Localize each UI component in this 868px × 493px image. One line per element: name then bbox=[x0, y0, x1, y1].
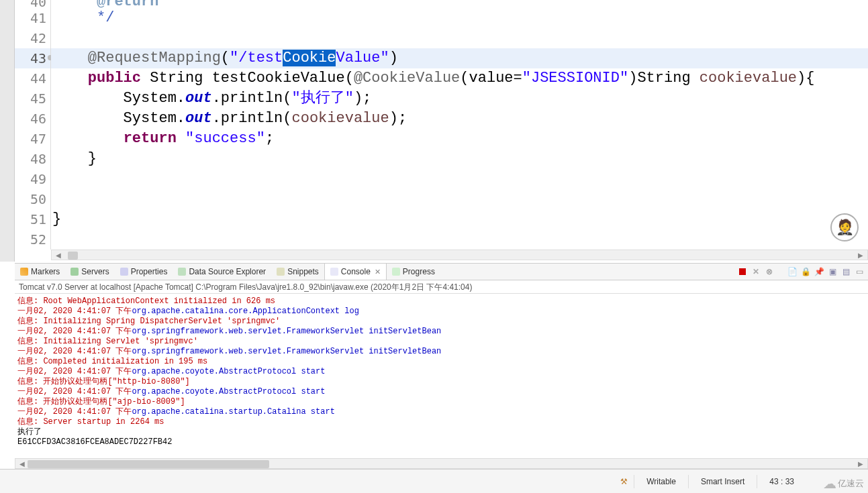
console-line: 信息: Root WebApplicationContext initializ… bbox=[17, 296, 865, 307]
scroll-right-arrow-icon[interactable]: ▶ bbox=[857, 460, 865, 468]
gutter-line-number: 50 bbox=[15, 189, 50, 209]
console-icon bbox=[330, 268, 338, 276]
gutter-line-number: 44 bbox=[15, 68, 50, 89]
tab-label: Servers bbox=[81, 267, 109, 276]
gutter-line-number: 51 bbox=[15, 209, 50, 229]
console-line: 信息: Server startup in 2264 ms bbox=[17, 417, 865, 427]
code-line[interactable]: } bbox=[51, 149, 868, 169]
code-line[interactable]: return "success"; bbox=[51, 129, 868, 149]
left-ruler bbox=[0, 0, 15, 262]
scrollbar-thumb[interactable] bbox=[68, 252, 78, 260]
code-line[interactable] bbox=[51, 169, 868, 189]
tab-data-source-explorer[interactable]: Data Source Explorer bbox=[173, 264, 271, 280]
tab-label: Progress bbox=[403, 267, 435, 276]
console-line: 信息: 开始协议处理句柄["ajp-bio-8009"] bbox=[17, 397, 865, 407]
console-line: 信息: Initializing Servlet 'springmvc' bbox=[17, 337, 865, 347]
cursor-position-status: 43 : 33 bbox=[763, 477, 801, 486]
tab-label: Data Source Explorer bbox=[189, 267, 266, 276]
snippets-icon bbox=[277, 268, 285, 276]
editor-horizontal-scrollbar[interactable]: ◀ ▶ bbox=[51, 250, 868, 260]
remove-all-terminated-button[interactable]: ⊗ bbox=[765, 267, 774, 276]
code-line[interactable]: */ bbox=[51, 8, 868, 28]
close-tab-icon[interactable]: ✕ bbox=[375, 268, 381, 276]
console-line: E61CCFD3AC3816FCEA8ADEC7D227FB42 bbox=[17, 437, 865, 447]
code-line[interactable] bbox=[51, 189, 868, 209]
writable-status: Writable bbox=[640, 477, 683, 486]
code-line[interactable]: @RequestMapping("/testCookieValue") bbox=[51, 48, 868, 68]
console-line: 一月02, 2020 4:41:07 下午org.springframework… bbox=[17, 347, 865, 357]
gutter-line-number: 40 bbox=[15, 0, 50, 8]
pin-console-button[interactable]: 📌 bbox=[814, 267, 824, 276]
gutter-line-number: 41 bbox=[15, 8, 50, 28]
remove-terminated-button[interactable]: ✕ bbox=[751, 267, 761, 276]
markers-icon bbox=[20, 268, 28, 276]
console-line: 信息: Completed initialization in 195 ms bbox=[17, 357, 865, 367]
scroll-left-arrow-icon[interactable]: ◀ bbox=[18, 460, 26, 468]
build-icon: ⚒ bbox=[619, 477, 628, 486]
gutter-line-number: 45 bbox=[15, 89, 50, 109]
tab-markers[interactable]: Markers bbox=[15, 264, 65, 280]
minimize-view-icon[interactable]: ▭ bbox=[855, 267, 864, 276]
floating-assistant-avatar[interactable]: 🤵 bbox=[830, 213, 859, 241]
code-line[interactable] bbox=[51, 28, 868, 48]
console-process-header: Tomcat v7.0 Server at localhost [Apache … bbox=[15, 280, 868, 294]
code-editor[interactable]: 40414243444546474849505152 @return */ @R… bbox=[15, 0, 868, 262]
tab-snippets[interactable]: Snippets bbox=[271, 264, 324, 280]
console-horizontal-scrollbar[interactable]: ◀ ▶ bbox=[15, 458, 868, 469]
bottom-tabs-panel: MarkersServersPropertiesData Source Expl… bbox=[15, 263, 868, 280]
watermark-logo: ☁ 亿速云 bbox=[823, 476, 864, 492]
code-line[interactable]: } bbox=[51, 209, 868, 229]
console-line: 一月02, 2020 4:41:07 下午org.apache.catalina… bbox=[17, 307, 865, 317]
tab-console[interactable]: Console✕ bbox=[324, 264, 387, 280]
gutter-line-number: 47 bbox=[15, 129, 50, 149]
console-line: 一月02, 2020 4:41:07 下午org.springframework… bbox=[17, 327, 865, 337]
datasource-icon bbox=[178, 268, 186, 276]
gutter-line-number: 42 bbox=[15, 28, 50, 48]
code-line[interactable] bbox=[51, 229, 868, 250]
insert-mode-status: Smart Insert bbox=[694, 477, 751, 486]
terminate-button[interactable] bbox=[738, 267, 747, 276]
status-bar: ⚒ Writable Smart Insert 43 : 33 ☁ 亿速云 bbox=[0, 469, 868, 493]
line-gutter: 40414243444546474849505152 bbox=[15, 0, 51, 250]
console-line: 信息: Initializing Spring DispatcherServle… bbox=[17, 317, 865, 327]
tab-label: Properties bbox=[131, 267, 168, 276]
gutter-line-number: 49 bbox=[15, 169, 50, 189]
code-line[interactable]: System.out.println(cookievalue); bbox=[51, 109, 868, 129]
tab-properties[interactable]: Properties bbox=[115, 264, 173, 280]
code-line[interactable]: public String testCookieValue(@CookieVal… bbox=[51, 68, 868, 89]
tab-servers[interactable]: Servers bbox=[65, 264, 114, 280]
gutter-line-number: 46 bbox=[15, 109, 50, 129]
scrollbar-thumb[interactable] bbox=[28, 460, 269, 468]
cloud-icon: ☁ bbox=[823, 476, 836, 492]
tab-progress[interactable]: Progress bbox=[387, 264, 440, 280]
console-toolbar: ✕ ⊗ 📄 🔒 📌 ▣ ▤ ▭ bbox=[738, 267, 868, 276]
tab-label: Console bbox=[341, 267, 371, 276]
gutter-line-number: 48 bbox=[15, 149, 50, 169]
console-line: 执行了 bbox=[17, 427, 865, 437]
open-console-button[interactable]: ▤ bbox=[841, 267, 851, 276]
console-line: 一月02, 2020 4:41:07 下午org.apache.catalina… bbox=[17, 407, 865, 417]
console-line: 一月02, 2020 4:41:07 下午org.apache.coyote.A… bbox=[17, 367, 865, 377]
code-line[interactable]: System.out.println("执行了"); bbox=[51, 89, 868, 109]
scroll-lock-button[interactable]: 🔒 bbox=[801, 267, 810, 276]
scroll-left-arrow-icon[interactable]: ◀ bbox=[54, 252, 62, 260]
display-selected-console-button[interactable]: ▣ bbox=[828, 267, 837, 276]
clear-console-button[interactable]: 📄 bbox=[787, 267, 797, 276]
tab-label: Snippets bbox=[287, 267, 319, 276]
properties-icon bbox=[120, 268, 128, 276]
console-line: 信息: 开始协议处理句柄["http-bio-8080"] bbox=[17, 377, 865, 387]
scroll-right-arrow-icon[interactable]: ▶ bbox=[857, 252, 865, 260]
code-line[interactable]: @return bbox=[51, 0, 868, 8]
watermark-text: 亿速云 bbox=[838, 478, 864, 490]
servers-icon bbox=[70, 268, 79, 276]
gutter-line-number: 52 bbox=[15, 229, 50, 250]
code-content[interactable]: @return */ @RequestMapping("/testCookieV… bbox=[51, 0, 868, 250]
console-line: 一月02, 2020 4:41:07 下午org.apache.coyote.A… bbox=[17, 387, 865, 397]
gutter-line-number: 43 bbox=[15, 48, 50, 68]
progress-icon bbox=[392, 268, 400, 276]
tab-label: Markers bbox=[31, 267, 60, 276]
console-output[interactable]: 信息: Root WebApplicationContext initializ… bbox=[15, 295, 868, 458]
